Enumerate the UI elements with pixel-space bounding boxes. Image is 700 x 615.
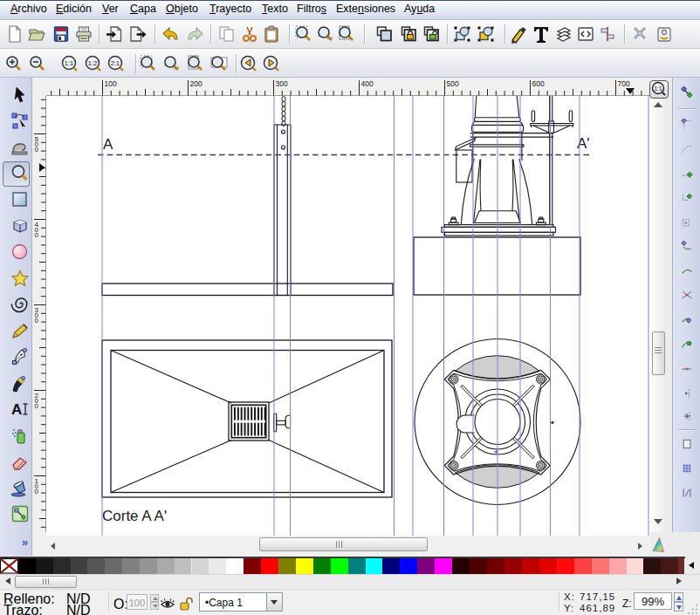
svg-text:A: A — [103, 136, 113, 153]
svg-text:300: 300 — [276, 79, 288, 88]
svg-text:A': A' — [577, 135, 590, 152]
svg-text:1:2: 1:2 — [87, 59, 96, 67]
svg-text:1:1: 1:1 — [654, 85, 662, 92]
svg-text:0: 0 — [35, 402, 39, 410]
svg-text:A: A — [11, 401, 22, 418]
svg-text:0: 0 — [35, 146, 39, 154]
svg-text:200: 200 — [190, 79, 202, 88]
svg-text:2:1: 2:1 — [111, 59, 120, 67]
svg-text:0: 0 — [35, 488, 39, 495]
svg-text:700: 700 — [618, 79, 630, 88]
svg-text:400: 400 — [361, 79, 374, 88]
svg-text:Corte A A': Corte A A' — [102, 508, 167, 524]
svg-text:600: 600 — [532, 79, 545, 88]
svg-text:1:1: 1:1 — [65, 59, 73, 67]
svg-text:0: 0 — [35, 317, 39, 325]
svg-text:0: 0 — [35, 231, 39, 239]
svg-text:100: 100 — [105, 79, 117, 88]
svg-text:500: 500 — [447, 79, 459, 88]
